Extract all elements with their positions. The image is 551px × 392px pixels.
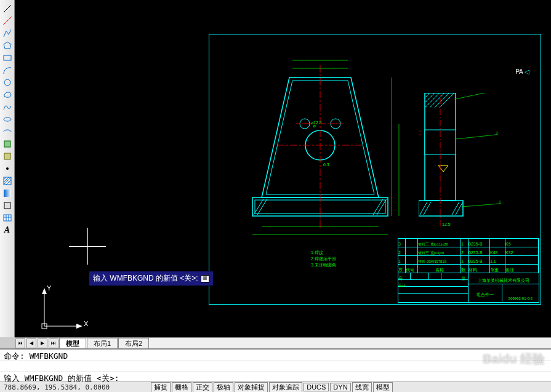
construction-line-icon[interactable] xyxy=(2,15,13,26)
polyline-tool-icon[interactable] xyxy=(2,28,13,39)
svg-line-62 xyxy=(456,93,499,99)
svg-rect-15 xyxy=(4,202,10,209)
svg-marker-23 xyxy=(76,324,82,329)
part-main-view: ⌀ ⌀12.5 6.3 xyxy=(240,53,400,225)
gradient-tool-icon[interactable] xyxy=(2,188,13,199)
command-history-1: 命令: WMFBKGND xyxy=(0,350,551,361)
svg-rect-14 xyxy=(4,190,11,197)
svg-line-0 xyxy=(4,5,11,12)
part-side-view: 3 2 1 12.5 xyxy=(419,93,480,222)
toggle-dyn[interactable]: DYN xyxy=(330,383,350,391)
title-block-company: 上海某某机械技术有限公司 xyxy=(478,278,529,282)
annotation-pa: PA ◁ xyxy=(515,68,529,75)
hatch-tool-icon[interactable] xyxy=(2,175,13,186)
title-block: 3 镀锌三 克(x11)x20 1 0235-B K5 2 镀锌三 克(x3)x… xyxy=(398,238,539,303)
make-block-icon[interactable] xyxy=(2,151,13,162)
drawing-canvas[interactable]: Y X xyxy=(15,0,551,337)
insert-block-icon[interactable] xyxy=(2,138,13,150)
svg-point-4 xyxy=(4,79,10,86)
tab-model[interactable]: 模型 xyxy=(59,338,86,349)
svg-line-48 xyxy=(425,93,435,103)
tooltip-options-icon xyxy=(201,275,209,282)
ellipse-arc-tool-icon[interactable] xyxy=(2,126,13,137)
dim-radius: 6.3 xyxy=(323,162,329,167)
svg-line-13 xyxy=(6,180,11,185)
arc-tool-icon[interactable] xyxy=(2,65,13,76)
command-window[interactable]: 命令: WMFBKGND 输入 WMFBKGND 的新值 <关>: xyxy=(0,348,551,382)
ucs-y-label: Y xyxy=(47,284,51,292)
dim-diameter-2: 12.5 xyxy=(442,222,451,226)
toggle-ortho[interactable]: 正交 xyxy=(193,382,212,393)
tab-nav-next-icon[interactable]: ▶ xyxy=(38,338,47,348)
layout-tabs-bar: ⏮ ◀ ▶ ⏭ 模型 布局1 布局2 xyxy=(15,337,551,348)
command-history-2 xyxy=(0,361,551,372)
text-tool-icon[interactable]: A xyxy=(2,225,13,236)
region-tool-icon[interactable] xyxy=(2,200,13,211)
svg-rect-16 xyxy=(4,215,11,221)
toggle-grid[interactable]: 栅格 xyxy=(172,382,191,393)
toggle-model[interactable]: 模型 xyxy=(373,382,393,393)
point-tool-icon[interactable] xyxy=(2,163,13,174)
circle-tool-icon[interactable] xyxy=(2,77,13,88)
tab-nav-last-icon[interactable]: ⏭ xyxy=(49,338,58,348)
drawing-frame: ⌀ ⌀12.5 6.3 xyxy=(209,34,541,305)
svg-text:2: 2 xyxy=(496,131,498,135)
title-block-partname: 组合件一 xyxy=(477,292,494,297)
title-block-dwgno: 200902-01-0-2 xyxy=(509,297,533,300)
rectangle-tool-icon[interactable] xyxy=(2,52,13,63)
svg-rect-6 xyxy=(4,141,10,147)
drawing-notes: 1.焊接 2.焊缝须平滑 3.未注明圆角 xyxy=(311,250,336,268)
toggle-polar[interactable]: 极轴 xyxy=(214,382,233,393)
svg-point-8 xyxy=(6,167,9,170)
toggle-snap[interactable]: 捕捉 xyxy=(151,382,171,393)
polygon-tool-icon[interactable] xyxy=(2,40,13,51)
svg-rect-7 xyxy=(4,153,10,159)
ucs-x-label: X xyxy=(84,320,88,327)
svg-point-5 xyxy=(4,118,11,121)
svg-line-63 xyxy=(456,135,496,139)
command-tooltip: 输入 WMFBKGND 的新值 <关>: xyxy=(89,271,214,286)
toggle-otrack[interactable]: 对象追踪 xyxy=(269,382,302,393)
toggle-ducs[interactable]: DUCS xyxy=(304,383,329,391)
line-tool-icon[interactable] xyxy=(2,3,13,14)
tab-layout2[interactable]: 布局2 xyxy=(118,338,149,349)
spline-tool-icon[interactable] xyxy=(2,102,13,113)
left-toolbar: A xyxy=(0,0,15,337)
svg-line-64 xyxy=(462,204,499,207)
svg-rect-3 xyxy=(4,55,11,60)
table-tool-icon[interactable] xyxy=(2,212,13,223)
svg-line-59 xyxy=(452,202,459,215)
svg-marker-21 xyxy=(42,288,47,294)
svg-line-60 xyxy=(456,202,463,215)
tab-nav-first-icon[interactable]: ⏮ xyxy=(15,338,25,348)
revcloud-tool-icon[interactable] xyxy=(2,89,13,100)
svg-line-10 xyxy=(4,177,6,180)
svg-line-57 xyxy=(420,202,427,215)
tab-nav-prev-icon[interactable]: ◀ xyxy=(26,338,36,348)
dim-diameter-1: ⌀12.5 xyxy=(311,121,322,126)
ellipse-tool-icon[interactable] xyxy=(2,114,13,125)
svg-line-1 xyxy=(3,17,12,25)
toggle-lwt[interactable]: 线宽 xyxy=(352,382,372,393)
tab-layout1[interactable]: 布局1 xyxy=(87,338,118,349)
ucs-icon: Y X xyxy=(36,286,85,336)
svg-line-58 xyxy=(424,202,431,215)
toggle-osnap[interactable]: 对象捕捉 xyxy=(235,382,268,393)
status-bar: 788.8669, 195.5384, 0.0000 捕捉 栅格 正交 极轴 对… xyxy=(0,382,551,392)
coordinates-readout: 788.8669, 195.5384, 0.0000 xyxy=(0,383,113,391)
svg-marker-55 xyxy=(438,166,448,172)
svg-text:1: 1 xyxy=(499,200,501,204)
svg-marker-2 xyxy=(4,42,11,49)
svg-line-11 xyxy=(4,177,9,182)
svg-line-47 xyxy=(425,93,430,98)
